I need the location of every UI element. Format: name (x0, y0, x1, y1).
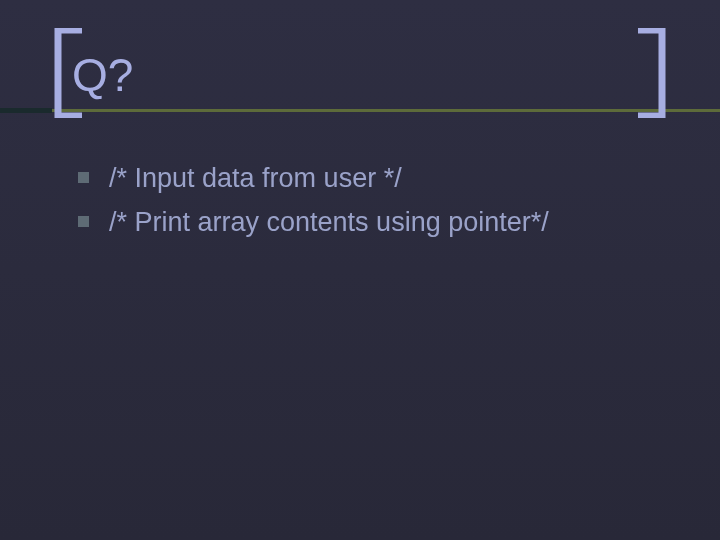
list-item: /* Input data from user */ (78, 160, 660, 196)
bracket-right-icon (620, 28, 666, 118)
underline-olive (0, 109, 720, 112)
list-item-text: /* Input data from user */ (109, 160, 402, 196)
slide-title: Q? (72, 48, 133, 102)
underline-dark-segment (0, 108, 52, 113)
title-underline (0, 108, 720, 114)
slide: Q? /* Input data from user */ /* Print a… (0, 0, 720, 540)
square-bullet-icon (78, 172, 89, 183)
list-item-text: /* Print array contents using pointer*/ (109, 204, 549, 240)
body-content: /* Input data from user */ /* Print arra… (78, 160, 660, 248)
square-bullet-icon (78, 216, 89, 227)
list-item: /* Print array contents using pointer*/ (78, 204, 660, 240)
